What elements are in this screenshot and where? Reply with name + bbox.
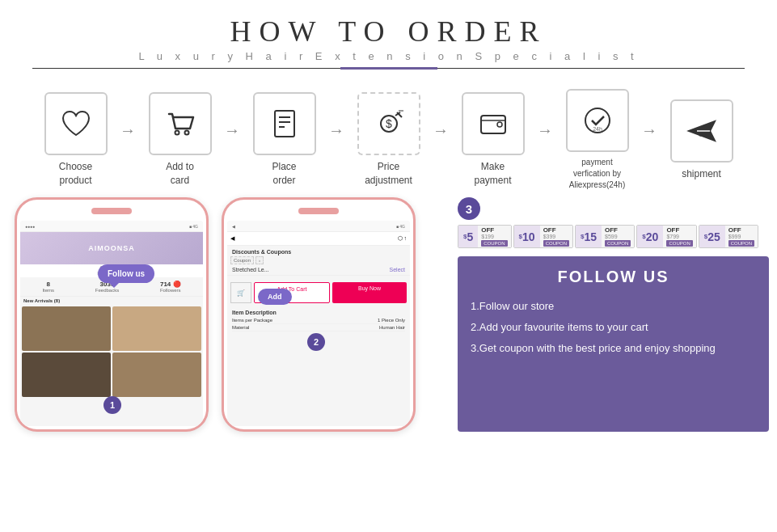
desc-row-1: Items per Package 1 Piece Only [232, 317, 405, 324]
coupon-1-price: $199 [481, 234, 507, 239]
coupon-3-off: OFF [605, 226, 631, 234]
stretched-label: Stretched Le... [232, 267, 269, 272]
step3-badge: 3 [458, 197, 480, 220]
step-order-label: Placeorder [272, 160, 296, 188]
phone2-topbar: ◀■ 4G [227, 221, 410, 232]
coupon-label: Coupon [230, 256, 254, 264]
coupon-3-right: OFF $599 COUPON [602, 226, 634, 247]
step-price-adjustment: $ Priceadjustment [346, 92, 431, 188]
arrow-5: → [537, 121, 553, 140]
svg-text:$: $ [386, 117, 392, 130]
coupon-3-amount: $15 [576, 226, 602, 247]
coupon-4: $20 OFF $799 COUPON [636, 225, 696, 248]
plane-icon [684, 113, 720, 149]
arrow-2: → [224, 121, 240, 140]
stretched-row: Stretched Le... Select [227, 264, 410, 276]
step-verification: 24h paymentverfication byAliexpress(24h) [555, 89, 640, 191]
coupon-2-btn[interactable]: COUPON [543, 240, 569, 247]
coupon-3-price: $599 [605, 234, 631, 239]
product-1 [22, 306, 111, 351]
product-4 [112, 353, 201, 397]
coupon-1: $5 OFF $199 COUPON [458, 225, 512, 248]
arrow-3: → [328, 121, 344, 140]
step-price-icon-box: $ [357, 92, 420, 155]
coupon-1-right: OFF $199 COUPON [478, 226, 510, 247]
step-make-payment: Makepayment [450, 92, 535, 188]
coupon-2-off: OFF [543, 226, 569, 234]
coupon-2-amount: $10 [514, 226, 540, 247]
coupon-5-off: OFF [728, 226, 754, 234]
phone1-arrivals: New Arrivals (8) [20, 297, 203, 305]
step-place-order: Placeorder [242, 92, 327, 188]
step-shipment: shipment [659, 99, 744, 181]
phones-area: ●●●●■ 4G AIMOONSA Club Store No Feedback… [0, 197, 453, 432]
steps-row: Chooseproduct → Add tocard → Placeorder … [0, 74, 777, 197]
header-divider [32, 67, 745, 70]
follow-panel: FOLLOW US 1.Follow our store 2.Add your … [458, 256, 769, 432]
step-choose-label: Chooseproduct [59, 160, 92, 188]
svg-rect-2 [275, 111, 294, 137]
coupon-add-arrow: › [255, 256, 264, 264]
select-label: Select [390, 267, 405, 272]
back-arrow: ◀ [230, 235, 234, 242]
coupon-5-btn[interactable]: COUPON [728, 240, 754, 247]
badge-2: 2 [307, 333, 325, 351]
coupon-1-amount: $5 [458, 226, 478, 247]
line-left [32, 68, 340, 69]
step-choose-product: Chooseproduct [33, 92, 118, 188]
heart-icon [58, 106, 94, 141]
add-button[interactable]: Add [258, 289, 292, 305]
stat-followers: 714 🔴Followers [160, 281, 181, 293]
cart-icon-small: 🛒 [230, 282, 251, 303]
line-accent [340, 67, 437, 70]
step-cart-icon-box [149, 92, 212, 155]
phone1-product-grid [20, 305, 203, 399]
arrow-6: → [641, 121, 657, 140]
price-icon: $ [371, 106, 407, 141]
phone-1-screen: ●●●●■ 4G AIMOONSA Club Store No Feedback… [20, 221, 203, 426]
coupon-4-right: OFF $799 COUPON [663, 226, 695, 247]
follow-panel-list: 1.Follow our store 2.Add your favourite … [471, 296, 756, 359]
follow-panel-title: FOLLOW US [471, 268, 756, 286]
coupon-2-price: $399 [543, 234, 569, 239]
coupon-1-btn[interactable]: COUPON [481, 240, 507, 247]
arrow-1: → [120, 121, 136, 140]
coupon-4-amount: $20 [637, 226, 663, 247]
coupon-3-btn[interactable]: COUPON [605, 240, 631, 247]
badge-1: 1 [103, 396, 121, 414]
coupon-4-price: $799 [666, 234, 692, 239]
coupon-1-off: OFF [481, 226, 507, 234]
svg-point-1 [184, 131, 188, 135]
desc-val-2: Human Hair [379, 325, 405, 330]
follow-item-2: 2.Add your favourite items to your cart [471, 317, 756, 338]
stat-items: 8Items [42, 281, 54, 293]
coupon-4-off: OFF [666, 226, 692, 234]
step-payment-label: Makepayment [474, 160, 511, 188]
step-payment-icon-box [462, 92, 525, 155]
svg-text:24h: 24h [593, 126, 602, 132]
coupon-row: Coupon › [227, 256, 410, 264]
wallet-icon [475, 106, 511, 141]
phone1-topbar: ●●●●■ 4G [20, 221, 203, 232]
phone2-icons: ⬡ ↑ [398, 235, 407, 242]
desc-val-1: 1 Piece Only [378, 318, 405, 323]
header: HOW TO ORDER L u x u r y H a i r E x t e… [0, 0, 777, 74]
coupon-2: $10 OFF $399 COUPON [513, 225, 573, 248]
step-verify-label: paymentverfication byAliexpress(24h) [569, 157, 625, 191]
coupon-5-amount: $25 [699, 226, 725, 247]
phone2-header: ◀ ⬡ ↑ [227, 232, 410, 246]
coupon-5-price: $999 [728, 234, 754, 239]
step-add-to-card: Add tocard [137, 92, 222, 188]
coupon-3: $15 OFF $599 COUPON [575, 225, 635, 248]
item-description: Item Description Items per Package 1 Pie… [227, 306, 410, 335]
step-price-label: Priceadjustment [365, 160, 412, 188]
coupon-4-btn[interactable]: COUPON [666, 240, 692, 247]
line-right [437, 68, 745, 69]
right-panel: 3 $5 OFF $199 COUPON $10 OFF $399 COUPON [453, 197, 777, 432]
step-ship-icon-box [670, 99, 733, 163]
desc-key-2: Material [232, 325, 249, 330]
step-cart-label: Add tocard [166, 160, 194, 188]
buy-now-btn[interactable]: Buy Now [332, 282, 407, 303]
follow-bubble: Follow us [98, 264, 154, 283]
check24-icon: 24h [580, 103, 615, 138]
